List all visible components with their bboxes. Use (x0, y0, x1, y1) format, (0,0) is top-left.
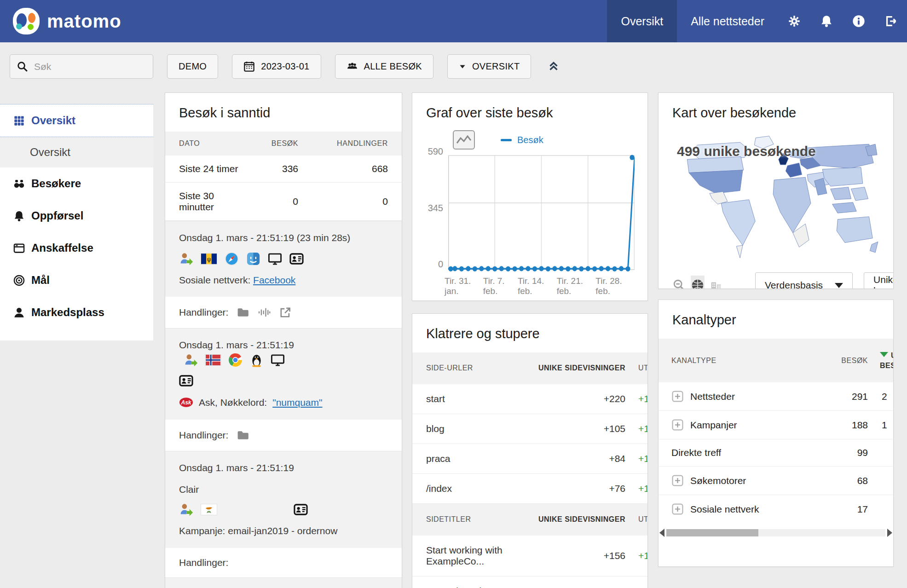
scrollbar-track[interactable] (666, 529, 885, 536)
table-row: Nettsteder 291 2 (659, 382, 894, 411)
table-row[interactable]: ExampleCode - technology wi... +61 +1 (412, 576, 648, 588)
visitor-map-widget: Kart over besøkende (658, 92, 894, 289)
widget-title: Kanaltyper (659, 300, 893, 339)
map-zoom-out-icon[interactable] (672, 276, 686, 289)
table-row[interactable]: blog +105 +1 (412, 414, 648, 444)
returning-visitor-icon (179, 252, 193, 266)
nav-tab-alle-nettsteder[interactable]: Alle nettsteder (677, 0, 778, 42)
caret-down-icon (460, 65, 465, 68)
folder-icon[interactable] (237, 429, 249, 442)
table-header: SIDE-URLER UNIKE SIDEVISNINGER UTVIKLING (412, 352, 648, 384)
sidebar-item-oppforsel[interactable]: Oppførsel (0, 200, 153, 232)
sidebar-item-anskaffelse[interactable]: Anskaffelse (0, 232, 153, 264)
climbers-widget: Klatrere og stupere SIDE-URLER UNIKE SID… (412, 313, 648, 588)
settings-gear-icon[interactable] (778, 0, 810, 42)
x-tick: Tir. 28. feb. (595, 276, 635, 296)
visitor-profile-card-icon[interactable] (289, 252, 304, 266)
visit-actions-row: Handlinger: (165, 420, 402, 451)
macos-icon (246, 252, 260, 266)
chart-type-icon[interactable] (453, 130, 475, 150)
segment-selector-button[interactable]: ALLE BESØK (335, 54, 433, 79)
search-keyword-link[interactable]: "numquam" (272, 396, 322, 409)
referrer-label: Sosiale nettverk: (179, 275, 250, 285)
expand-plus-icon[interactable] (671, 503, 684, 515)
widget-title: Kart over besøkende (659, 93, 893, 132)
table-row: Søkemotorer 68 (659, 467, 894, 495)
visit-datetime: Onsdag 1. mars - 21:51:19 (23 min 28s) (179, 231, 388, 245)
sidebar-item-markedsplass[interactable]: Markedsplass (0, 296, 153, 329)
site-selector-button[interactable]: DEMO (167, 54, 218, 79)
dashboard-selector-button[interactable]: OVERSIKT (447, 54, 531, 79)
x-tick: Tir. 14. feb. (518, 276, 557, 296)
map-city-view-icon[interactable] (709, 276, 723, 289)
table-row[interactable]: /index +76 +1 (412, 474, 648, 504)
folder-icon[interactable] (237, 306, 249, 319)
col-dato: DATO (179, 139, 245, 148)
signout-icon[interactable] (875, 0, 907, 42)
map-overlay-count: 499 unike besøkende (677, 144, 816, 159)
safari-browser-icon (225, 252, 239, 266)
expand-plus-icon[interactable] (671, 474, 684, 487)
x-tick: Tir. 21. feb. (557, 276, 596, 296)
returning-visitor-icon (179, 502, 193, 517)
expand-plus-icon[interactable] (671, 419, 684, 431)
visits-line-chart[interactable] (448, 152, 635, 272)
visitor-name: Clair (179, 483, 388, 496)
desktop-monitor-icon (268, 252, 282, 266)
matomo-logo[interactable]: matomo (13, 8, 121, 35)
scrollbar-thumb[interactable] (666, 529, 758, 536)
calendar-icon (243, 61, 255, 72)
external-link-icon[interactable] (279, 306, 292, 319)
visit-entry: Onsdag 1. mars - 21:51:19 Clair (165, 577, 402, 588)
visit-actions-row: Handlinger: (165, 297, 402, 328)
horizontal-scrollbar[interactable] (659, 528, 892, 538)
y-tick: 0 (438, 259, 443, 270)
map-region-select[interactable]: Verdensbasis (755, 272, 853, 289)
search-input[interactable] (34, 61, 146, 72)
nav-tab-oversikt[interactable]: Oversikt (607, 0, 677, 42)
table-row: Siste 24 timer 336 668 (165, 156, 402, 183)
browser-window-icon (13, 242, 25, 254)
realtime-table-header: DATO BESØK HANDLINGER (165, 132, 402, 156)
widget-title: Graf over siste besøk (412, 93, 647, 132)
pulse-bars-icon[interactable] (258, 306, 271, 319)
sidebar-item-mal[interactable]: Mål (0, 264, 153, 296)
map-world-view-icon[interactable] (691, 276, 705, 289)
flag-cyprus-icon (201, 504, 217, 515)
flag-norway-icon (205, 354, 221, 366)
notifications-bell-icon[interactable] (810, 0, 843, 42)
legend-besok[interactable]: Besøk (501, 135, 543, 145)
returning-visitor-icon (184, 353, 198, 367)
info-icon[interactable] (843, 0, 875, 42)
last-visits-graph-widget: Graf over siste besøk Besøk 590 345 0 Ti… (412, 92, 648, 301)
all-visits-people-icon (347, 61, 358, 72)
sidebar-item-oversikt[interactable]: Oversikt (0, 104, 153, 137)
sidebar-item-besokere[interactable]: Besøkere (0, 167, 153, 200)
visit-datetime: Onsdag 1. mars - 21:51:19 (179, 340, 294, 350)
expand-plus-icon[interactable] (671, 390, 684, 403)
referrer-link[interactable]: Facebook (253, 275, 295, 285)
visitor-profile-card-icon[interactable] (294, 502, 308, 517)
table-row[interactable]: Start working with ExampleCo... +156 +1 (412, 536, 648, 576)
visitor-profile-card-icon[interactable] (179, 374, 193, 388)
target-icon (13, 274, 25, 287)
widget-title: Klatrere og stupere (412, 314, 647, 352)
table-row[interactable]: praca +84 +1 (412, 444, 648, 474)
scroll-left-icon[interactable] (659, 529, 664, 537)
table-row: Sosiale nettverk 17 (659, 495, 894, 523)
scroll-right-icon[interactable] (887, 529, 892, 537)
sorted-column-header[interactable]: UNIKE BESØKERE (868, 351, 894, 370)
table-row[interactable]: start +220 +1 (412, 384, 648, 414)
x-tick: Tir. 7. feb. (483, 276, 518, 296)
sidebar-subitem-oversikt[interactable]: Oversikt (0, 137, 153, 167)
date-selector-button[interactable]: 2023-03-01 (232, 54, 321, 79)
search-box[interactable] (10, 54, 153, 79)
widget-title: Besøk i sanntid (165, 93, 402, 132)
collapse-double-chevron-icon[interactable] (547, 59, 560, 75)
realtime-visits-widget: Besøk i sanntid DATO BESØK HANDLINGER Si… (165, 92, 402, 588)
visit-entry: Onsdag 1. mars - 21:51:19 Clair Kampanje… (165, 451, 402, 548)
map-metric-select[interactable]: Unike besøkere (864, 272, 894, 289)
chevron-down-icon (835, 283, 843, 288)
campaign-label: Kampanje: email-jan2019 - ordernow (179, 524, 388, 537)
chrome-browser-icon (228, 353, 243, 367)
